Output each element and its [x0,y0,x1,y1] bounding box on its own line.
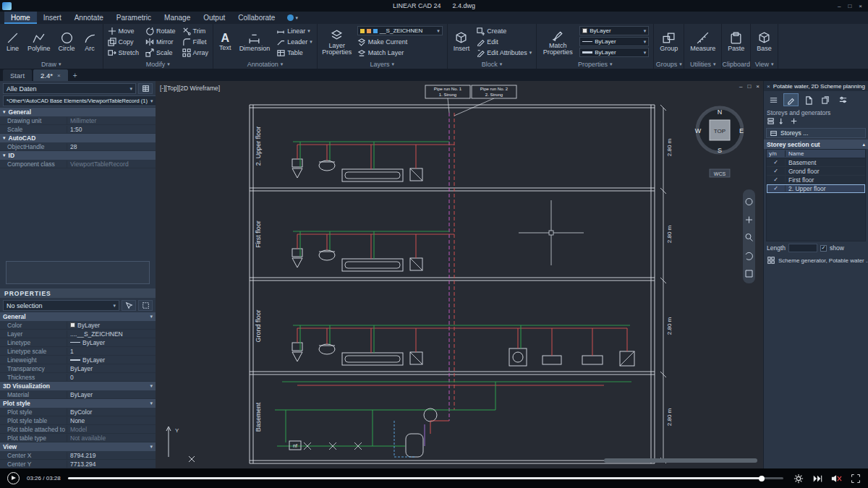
quick-select-button[interactable] [122,300,136,311]
make-current-button[interactable]: Make Current [357,37,443,46]
fullscreen-icon[interactable] [851,474,861,484]
arc-button[interactable]: Arc [82,31,98,52]
length-input[interactable] [788,244,817,252]
navigation-bar[interactable] [743,189,755,283]
prop-row-lineweight[interactable]: LineweightByLayer [0,356,156,364]
view-cube[interactable]: TOP N S E W [695,108,744,154]
move-button[interactable]: Move [108,26,140,35]
horizontal-scrollbar[interactable] [604,458,757,463]
layers-panel-title[interactable]: Layers ▾ [318,59,447,69]
wcs-selector[interactable]: WCS [710,169,730,177]
drawing-viewport[interactable]: [-][Top][2D Wireframe] – □ × [156,81,763,468]
playback-speed-icon[interactable] [812,474,822,484]
tab-insert[interactable]: Insert [37,12,68,24]
properties-panel-title[interactable]: Properties ▾ [537,59,653,69]
prop-row-plot-style-table[interactable]: Plot style tableNone [0,416,156,425]
element-filter-select[interactable]: *Other*/AutoCAD Base Elements/ViewportTa… [3,95,156,106]
scale-button[interactable]: Scale [145,48,176,57]
prop-group-general[interactable]: General ▾ [0,312,156,321]
prop-group-view[interactable]: View ▾ [0,442,156,451]
linear-button[interactable]: Linear▾ [276,26,312,35]
dimension-button[interactable]: Dimension [238,31,272,52]
section-cut-icon[interactable] [790,117,799,126]
panel-menu-button[interactable] [766,93,781,106]
table-view-button[interactable] [138,83,153,94]
storey-section-cut-header[interactable]: Storey section cut ▴ [764,140,868,149]
edit-attributes-button[interactable]: Edit Attributes▾ [476,48,532,57]
create-block-button[interactable]: Create [476,26,532,35]
storey-row-upper-floor[interactable]: ✓2. Upper floor [767,184,865,193]
match-layer-button[interactable]: Match Layer [357,48,443,57]
data-row[interactable]: Drawing unitMillimeter [0,116,156,125]
new-scheme-button[interactable] [801,93,816,106]
mirror-button[interactable]: Mirror [145,37,176,46]
prop-row-layer[interactable]: Layer....__S_ZEICHNEN [0,330,156,338]
insert-block-button[interactable]: Insert [452,31,472,52]
prop-group-plot-style[interactable]: Plot style ▾ [0,399,156,408]
video-progress-knob[interactable] [759,476,765,481]
edit-scheme-button[interactable] [783,93,799,106]
section-header-general[interactable]: ▾ General [0,108,156,116]
fillet-button[interactable]: Fillet [182,37,209,46]
section-header-id[interactable]: ▾ ID [0,151,156,160]
tab-manage[interactable]: Manage [158,12,197,24]
data-row[interactable]: ObjectHandle28 [0,142,156,151]
tab-annotate[interactable]: Annotate [68,12,110,24]
text-button[interactable]: A Text [218,32,233,51]
rotate-button[interactable]: Rotate [145,26,176,35]
tab-start[interactable]: Start [3,69,32,81]
line-button[interactable]: Line [4,31,21,52]
check-icon[interactable]: ✓ [767,176,786,183]
close-tab-icon[interactable]: × [57,72,61,79]
scheme-generator-item[interactable]: Scheme generator, Potable water ... [764,254,868,266]
selection-select[interactable]: No selection ▾ [3,300,119,311]
video-progress-bar[interactable] [68,477,783,479]
modify-panel-title[interactable]: Modify ▾ [103,59,213,69]
prop-row-linetype[interactable]: LinetypeByLayer [0,338,156,347]
close-icon[interactable]: × [859,3,862,9]
storey-row-ground-floor[interactable]: ✓Grond floor [767,167,865,176]
lineweight-select[interactable]: ByLayer ▾ [579,48,649,57]
draw-panel-title[interactable]: Draw ▾ [0,59,103,69]
settings-gear-icon[interactable] [793,474,804,484]
array-button[interactable]: Array [182,48,209,57]
prop-row-plot-table-attached[interactable]: Plot table attached toModel [0,425,156,434]
trim-button[interactable]: Trim [182,26,209,35]
check-icon[interactable]: ✓ [767,159,786,166]
tab-parametric[interactable]: Parametric [110,12,158,24]
block-panel-title[interactable]: Block ▾ [448,59,537,69]
panel-close-icon[interactable]: × [767,83,770,90]
scheme-settings-button[interactable] [835,93,851,106]
layer-select[interactable]: __S_ZEICHNEN ▾ [357,26,443,35]
measure-button[interactable]: Measure [689,31,717,52]
annotation-panel-title[interactable]: Annotation ▾ [213,59,317,69]
object-color-select[interactable]: ByLayer ▾ [579,26,649,35]
viewport-controls-label[interactable]: [-][Top][2D Wireframe] [160,85,220,92]
utilities-panel-title[interactable]: Utilities ▾ [684,59,721,69]
storeys-button[interactable]: Storeys ... [766,128,866,138]
group-button[interactable]: Group [658,31,679,52]
prop-row-plot-table-type[interactable]: Plot table typeNot available [0,434,156,442]
copy-button[interactable]: Copy [108,37,140,46]
data-row[interactable]: Scale1:50 [0,125,156,134]
edit-block-button[interactable]: Edit [476,37,532,46]
layer-properties-button[interactable]: Layer Properties [322,28,352,56]
minimize-icon[interactable]: – [838,3,841,9]
mute-icon[interactable] [831,474,842,483]
base-view-button[interactable]: Base [755,31,773,52]
view-panel-title[interactable]: View ▾ [751,59,778,69]
groups-panel-title[interactable]: Groups ▾ [654,59,684,69]
viewport-close-icon[interactable]: × [756,83,760,90]
polyline-button[interactable]: Polyline [26,31,52,52]
viewport-restore-icon[interactable]: □ [747,83,751,90]
table-button[interactable]: Table [276,48,312,57]
select-objects-button[interactable] [138,300,153,311]
check-icon[interactable]: ✓ [767,168,786,174]
storey-stack-icon[interactable] [767,117,775,126]
show-checkbox[interactable]: ✓ [820,245,827,252]
prop-row-center-x[interactable]: Center X8794.219 [0,451,156,460]
data-row[interactable]: Component classViewportTableRecord [0,160,156,168]
clipboard-panel-title[interactable]: Clipboard [722,59,750,69]
play-button[interactable] [7,472,20,484]
check-icon[interactable]: ✓ [767,185,786,192]
